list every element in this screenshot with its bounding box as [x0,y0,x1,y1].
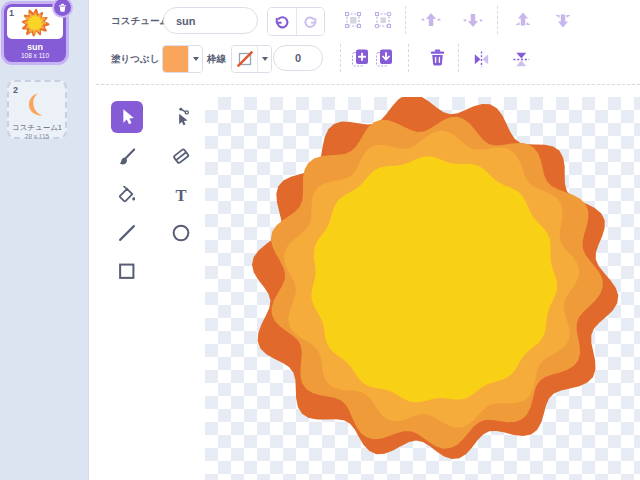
outline-color-control[interactable] [231,45,272,73]
chevron-down-icon [262,57,268,61]
paste-icon [374,47,396,69]
group-icon [343,10,363,30]
costume-name-input[interactable] [163,7,258,34]
no-outline-icon [234,48,256,70]
bring-forward-button[interactable] [420,9,442,31]
delete-costume-button[interactable] [52,0,73,18]
svg-text:T: T [175,186,186,205]
outline-dropdown-button[interactable] [257,46,271,72]
circle-tool[interactable] [165,217,197,249]
text-icon: T [170,184,192,206]
undo-button[interactable] [268,8,296,35]
costume-size: 108 x 110 [4,52,66,59]
scratch-paint-editor: { "colors": { "accent": "#855CD6", "side… [0,0,640,480]
group-button[interactable] [342,9,364,31]
copy-icon [350,47,372,69]
undo-redo-group [267,7,325,36]
reshape-tool[interactable] [165,101,197,133]
flip-horizontal-icon [471,49,492,70]
select-tool[interactable] [111,101,143,133]
fill-tool[interactable] [111,179,143,211]
paste-button[interactable] [374,47,396,69]
sun-drawing [205,97,640,480]
divider [405,6,406,34]
eraser-icon [170,145,192,167]
reshape-icon [170,106,192,128]
line-icon [116,222,138,244]
circle-icon [170,222,192,244]
moon-thumbnail-image [26,91,48,119]
costume-item-sun[interactable]: 1 sun 108 x 110 [4,4,66,62]
costume-list-panel: 1 sun 108 x 110 2 コスチューム1 78 x 115 [0,0,89,480]
costume-index: 1 [9,8,14,18]
send-backward-button[interactable] [462,9,484,31]
costume-name: sun [4,42,66,52]
brush-tool[interactable] [111,140,143,172]
rectangle-tool[interactable] [111,255,143,287]
send-to-back-button[interactable] [552,9,574,31]
trash-icon [427,47,448,68]
backward-icon [463,10,483,30]
stroke-width-input[interactable] [273,45,323,71]
costume-index: 2 [13,85,18,95]
flip-horizontal-button[interactable] [470,48,492,70]
delete-button[interactable] [426,46,448,68]
fill-dropdown-button[interactable] [188,46,202,72]
text-tool[interactable]: T [165,179,197,211]
eraser-tool[interactable] [165,140,197,172]
flip-vertical-icon [511,49,532,70]
select-arrow-icon [116,106,138,128]
flip-vertical-button[interactable] [510,48,532,70]
fill-color-swatch[interactable] [163,46,188,72]
fill-color-control[interactable] [162,45,203,73]
divider [340,44,341,72]
divider [408,44,409,72]
redo-button[interactable] [296,8,324,35]
outline-color-swatch[interactable] [232,46,257,72]
costume-name: コスチューム1 [9,123,65,133]
back-icon [553,10,573,30]
line-tool[interactable] [111,217,143,249]
costume-size: 78 x 115 [9,133,65,140]
divider [497,6,498,34]
front-icon [513,10,533,30]
undo-icon [274,13,290,30]
forward-icon [421,10,441,30]
costume-item-costume1[interactable]: 2 コスチューム1 78 x 115 [7,80,67,139]
fill-bucket-icon [116,184,138,206]
trash-icon [58,3,67,12]
rectangle-icon [116,260,138,282]
toolbar-separator [96,84,640,85]
divider [458,44,459,72]
brush-icon [116,145,138,167]
costume-label: コスチューム [111,15,169,28]
redo-icon [303,13,318,30]
ungroup-button[interactable] [372,9,394,31]
ungroup-icon [373,10,393,30]
fill-label: 塗りつぶし [111,53,159,66]
copy-button[interactable] [350,47,372,69]
bring-to-front-button[interactable] [512,9,534,31]
outline-label: 枠線 [207,53,226,66]
chevron-down-icon [193,57,199,61]
paint-canvas[interactable] [205,97,640,480]
